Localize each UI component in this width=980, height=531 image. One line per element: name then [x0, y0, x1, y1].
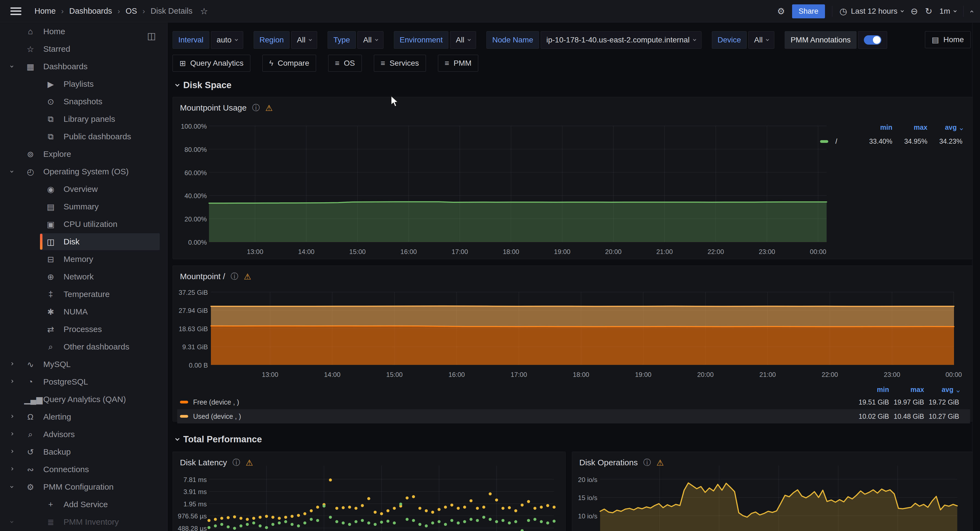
- breadcrumb-dashboards[interactable]: Dashboards: [69, 6, 112, 16]
- sidebar-item-backup[interactable]: ↺ Backup: [0, 443, 167, 461]
- legend-series-name[interactable]: Free (device , ): [193, 398, 239, 406]
- dock-sidebar-icon[interactable]: ◫: [147, 30, 156, 41]
- x-axis-label: 14:00: [324, 371, 340, 379]
- sidebar-item-library-panels[interactable]: ⧉ Library panels: [0, 110, 167, 128]
- toolbar-divider: [963, 6, 964, 17]
- home-dashboard-button[interactable]: ▤ Home: [925, 31, 971, 48]
- sidebar-item-mysql[interactable]: ∿ MySQL: [0, 355, 167, 373]
- filter-value-dropdown[interactable]: auto: [211, 31, 243, 49]
- pmm-button[interactable]: ≡ PMM: [438, 55, 479, 72]
- disk-latency-chart[interactable]: [209, 466, 554, 531]
- chevron-down-icon: [309, 38, 312, 41]
- legend-min-value: 33.40%: [857, 137, 892, 145]
- sidebar-item-memory[interactable]: ⊟ Memory: [0, 250, 167, 268]
- legend-header-avg[interactable]: avg: [924, 386, 959, 394]
- mountpoint-usage-chart[interactable]: [209, 126, 827, 242]
- sidebar-item-home[interactable]: ⌂ Home: [0, 23, 167, 40]
- collapse-toolbar-icon[interactable]: [970, 10, 973, 13]
- sidebar-item-alerting[interactable]: Ω Alerting: [0, 408, 167, 426]
- sidebar-item-processes[interactable]: ⇄ Processes: [0, 320, 167, 338]
- sidebar-item-network[interactable]: ⊕ Network: [0, 268, 167, 285]
- filter-value-dropdown[interactable]: All: [450, 31, 476, 49]
- compare-button[interactable]: ϟ Compare: [262, 55, 316, 72]
- refresh-icon[interactable]: ↻: [925, 7, 932, 16]
- breadcrumb-separator: ›: [61, 7, 64, 16]
- legend-header-avg[interactable]: avg: [928, 124, 963, 132]
- pmm-annotations-toggle[interactable]: [858, 31, 887, 49]
- sidebar-item-label: Public dashboards: [64, 132, 131, 141]
- x-axis-label: 18:00: [503, 248, 519, 256]
- section-total-performance[interactable]: Total Performance: [176, 434, 262, 444]
- os-button[interactable]: ≡ OS: [328, 55, 362, 72]
- legend-header-max[interactable]: max: [889, 386, 924, 394]
- filter-value-dropdown[interactable]: All: [291, 31, 317, 49]
- sidebar-item-operating-system[interactable]: ◴ Operating System (OS): [0, 163, 167, 181]
- sidebar-item-label: Disk: [64, 237, 80, 246]
- sidebar-item-dashboards[interactable]: ▦ Dashboards: [0, 58, 167, 75]
- refresh-interval-dropdown[interactable]: 1m: [939, 7, 956, 16]
- sidebar-item-disk[interactable]: ◫ Disk: [0, 233, 167, 250]
- legend-header-min[interactable]: min: [854, 386, 889, 394]
- filter-value-dropdown[interactable]: All: [748, 31, 774, 49]
- device-filter: Device All: [712, 31, 775, 49]
- filter-value-dropdown[interactable]: ip-10-178-1-40.us-east-2.compute.interna…: [541, 31, 702, 49]
- sidebar-item-pmm-inventory[interactable]: ≣ PMM Inventory: [0, 513, 167, 531]
- sidebar-item-starred[interactable]: ☆ Starred: [0, 40, 167, 58]
- sidebar-item-temperature[interactable]: ‡ Temperature: [0, 285, 167, 303]
- breadcrumb-os[interactable]: OS: [126, 6, 137, 16]
- breadcrumb-home[interactable]: Home: [35, 6, 56, 16]
- expand-chevron-icon: [10, 450, 13, 453]
- sidebar-item-label: Alerting: [43, 412, 71, 422]
- panel-disk-latency: Disk Latency ⓘ ⚠ 7.81 ms 3.91 ms 1.95 ms…: [173, 452, 566, 531]
- legend-series-name[interactable]: /: [835, 137, 837, 145]
- sidebar-item-icon: ↺: [24, 447, 37, 457]
- zoom-out-icon[interactable]: ⊖: [910, 7, 918, 16]
- favorite-star-icon[interactable]: ☆: [200, 6, 208, 16]
- sidebar-item-summary[interactable]: ▤ Summary: [0, 198, 167, 216]
- dashboard-settings-icon[interactable]: ⚙: [777, 7, 785, 16]
- x-axis-label: 14:00: [298, 248, 315, 256]
- sidebar-item-explore[interactable]: ⊚ Explore: [0, 145, 167, 163]
- disk-operations-chart[interactable]: [600, 466, 957, 531]
- sidebar-item-icon: ⊕: [45, 272, 57, 282]
- sidebar-item-icon: ⇄: [45, 325, 57, 334]
- legend-series-name[interactable]: Used (device , ): [193, 412, 241, 420]
- sidebar-item-cpu-utilization[interactable]: ▣ CPU utilization: [0, 216, 167, 233]
- sidebar-item-connections[interactable]: ∾ Connections: [0, 461, 167, 478]
- legend-header-min[interactable]: min: [857, 124, 892, 132]
- services-button[interactable]: ≡ Services: [374, 55, 426, 72]
- sidebar-item-add-service[interactable]: + Add Service: [0, 496, 167, 513]
- chevron-down-icon: [953, 9, 956, 12]
- legend-avg-value: 34.23%: [928, 137, 963, 145]
- warning-icon[interactable]: ⚠: [244, 272, 251, 281]
- warning-icon[interactable]: ⚠: [266, 103, 273, 113]
- sidebar-item-label: Explore: [43, 149, 71, 159]
- legend-row-used[interactable]: Used (device , ) 10.02 GiB 10.48 GiB 10.…: [177, 409, 970, 423]
- info-icon[interactable]: ⓘ: [252, 103, 260, 113]
- sidebar-item-advisors[interactable]: ⌕ Advisors: [0, 426, 167, 443]
- sidebar-item-query-analytics[interactable]: ▁▄▆ Query Analytics (QAN): [0, 391, 167, 408]
- sidebar-item-public-dashboards[interactable]: ⧉ Public dashboards: [0, 128, 167, 145]
- sidebar-item-other-dashboards[interactable]: ⌕ Other dashboards: [0, 338, 167, 355]
- legend-row-free[interactable]: Free (device , ) 19.51 GiB 19.97 GiB 19.…: [177, 395, 970, 409]
- legend-swatch: [820, 140, 828, 143]
- sidebar-item-numa[interactable]: ✱ NUMA: [0, 303, 167, 320]
- sidebar-item-postgresql[interactable]: ◔ PostgreSQL: [0, 373, 167, 391]
- mountpoint-root-chart[interactable]: [211, 292, 954, 365]
- share-button[interactable]: Share: [792, 5, 825, 18]
- section-disk-space[interactable]: Disk Space: [176, 80, 231, 90]
- sidebar-item-label: Home: [43, 27, 65, 36]
- legend-header-max[interactable]: max: [892, 124, 928, 132]
- menu-icon[interactable]: [10, 7, 21, 15]
- sidebar-item-playlists[interactable]: ▶ Playlists: [0, 75, 167, 93]
- sidebar-item-snapshots[interactable]: ⊙ Snapshots: [0, 93, 167, 110]
- time-range-picker[interactable]: ◷ Last 12 hours: [840, 7, 904, 16]
- query-analytics-button[interactable]: ⊞ Query Analytics: [173, 55, 250, 72]
- sidebar-item-overview[interactable]: ◉ Overview: [0, 181, 167, 198]
- expand-chevron-icon: [10, 520, 13, 523]
- info-icon[interactable]: ⓘ: [231, 271, 238, 282]
- filter-label: Type: [328, 31, 356, 49]
- filter-value-dropdown[interactable]: All: [358, 31, 383, 49]
- legend-max-value: 34.95%: [892, 137, 928, 145]
- sidebar-item-pmm-configuration[interactable]: ⚙ PMM Configuration: [0, 478, 167, 496]
